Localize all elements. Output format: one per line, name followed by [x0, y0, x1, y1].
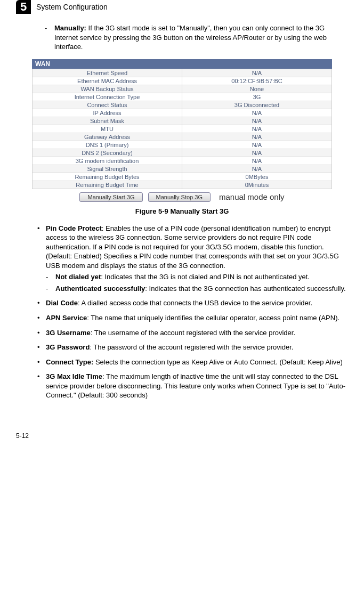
wan-row-label: DNS 1 (Primary): [33, 141, 182, 149]
wan-row-label: 3G modem identification: [33, 157, 182, 165]
wan-table-row: Remaining Budget Bytes0MBytes: [33, 173, 332, 181]
wan-row-label: Connect Status: [33, 101, 182, 109]
bullet-text: : The username of the account registered…: [91, 329, 295, 337]
wan-table-row: DNS 1 (Primary)N/A: [33, 141, 332, 149]
feature-bullet-item: Dial Code: A dialled access code that co…: [37, 298, 348, 308]
wan-table-row: WAN Backup StatusNone: [33, 85, 332, 93]
wan-table-row: Subnet MaskN/A: [33, 117, 332, 125]
wan-table-row: 3G modem identificationN/A: [33, 157, 332, 165]
sub-text: : Indicates that the 3G is not dialed an…: [101, 273, 310, 281]
chapter-title: System Configuration: [36, 3, 108, 11]
wan-table-row: Internet Connection Type3G: [33, 93, 332, 101]
intro-dash-label: Manually:: [54, 24, 86, 32]
wan-row-value: N/A: [182, 133, 332, 141]
wan-table-row: Ethernet MAC Address00:12:CF:9B:57:BC: [33, 77, 332, 85]
page-number: 5-12: [0, 432, 364, 450]
wan-row-value: N/A: [182, 117, 332, 125]
manually-start-3g-button[interactable]: Manually Start 3G: [79, 192, 142, 202]
wan-row-label: Remaining Budget Time: [33, 181, 182, 189]
wan-row-value: N/A: [182, 157, 332, 165]
sub-term: Authenticated successfully: [55, 285, 145, 293]
sub-dash-item: Authenticated successfully: Indicates th…: [46, 284, 348, 294]
wan-row-value: N/A: [182, 165, 332, 173]
wan-figure: WAN Ethernet SpeedN/AEthernet MAC Addres…: [32, 59, 332, 202]
wan-table-row: Ethernet SpeedN/A: [33, 69, 332, 77]
feature-bullet-item: Connect Type: Selects the connection typ…: [37, 358, 348, 367]
sub-dash-item: Not dialed yet: Indicates that the 3G is…: [46, 272, 348, 282]
wan-row-value: 3G: [182, 93, 332, 101]
sub-term: Not dialed yet: [55, 273, 101, 281]
bullet-term: 3G Password: [46, 343, 90, 351]
manually-stop-3g-button[interactable]: Manually Stop 3G: [148, 192, 211, 202]
sub-dash-list: Not dialed yet: Indicates that the 3G is…: [46, 272, 348, 293]
bullet-term: Pin Code Protect: [46, 224, 102, 232]
wan-table-row: Connect Status3G Disconnected: [33, 101, 332, 109]
wan-table: Ethernet SpeedN/AEthernet MAC Address00:…: [32, 69, 332, 189]
wan-table-row: Remaining Budget Time0Minutes: [33, 181, 332, 189]
wan-row-value: 00:12:CF:9B:57:BC: [182, 77, 332, 85]
wan-row-value: N/A: [182, 125, 332, 133]
wan-row-value: N/A: [182, 141, 332, 149]
wan-row-label: Ethernet MAC Address: [33, 77, 182, 85]
bullet-term: APN Service: [46, 314, 87, 322]
wan-row-label: Subnet Mask: [33, 117, 182, 125]
wan-row-label: Internet Connection Type: [33, 93, 182, 101]
sub-text: : Indicates that the 3G connection has a…: [145, 285, 345, 293]
wan-row-label: Signal Strength: [33, 165, 182, 173]
wan-row-value: N/A: [182, 109, 332, 117]
bullet-term: Dial Code: [46, 299, 78, 307]
wan-row-value: N/A: [182, 69, 332, 77]
wan-section-header: WAN: [32, 59, 332, 69]
wan-table-row: DNS 2 (Secondary)N/A: [33, 149, 332, 157]
wan-row-label: DNS 2 (Secondary): [33, 149, 182, 157]
wan-row-label: Ethernet Speed: [33, 69, 182, 77]
wan-row-value: N/A: [182, 149, 332, 157]
bullet-text: : The password of the account registered…: [90, 343, 293, 351]
figure-caption: Figure 5-9 Manually Start 3G: [16, 207, 348, 215]
bullet-text: Selects the connection type as Keep Aliv…: [93, 358, 343, 366]
wan-row-value: 3G Disconnected: [182, 101, 332, 109]
chapter-number-box: 5: [16, 0, 31, 14]
bullet-text: : The name that uniquely identifies the …: [87, 314, 339, 322]
bullet-text: : A dialled access code that connects th…: [78, 299, 312, 307]
manual-mode-note: manual mode only: [219, 192, 285, 201]
wan-button-row: Manually Start 3G Manually Stop 3G manua…: [32, 192, 332, 202]
feature-bullet-item: 3G Password: The password of the account…: [37, 343, 348, 352]
feature-bullet-item: Pin Code Protect: Enables the use of a P…: [37, 224, 348, 294]
wan-row-label: Gateway Address: [33, 133, 182, 141]
wan-table-row: Signal StrengthN/A: [33, 165, 332, 173]
wan-row-value: None: [182, 85, 332, 93]
wan-row-label: Remaining Budget Bytes: [33, 173, 182, 181]
wan-table-row: IP AddressN/A: [33, 109, 332, 117]
feature-bullet-item: 3G Username: The username of the account…: [37, 328, 348, 338]
wan-row-label: IP Address: [33, 109, 182, 117]
page-header: 5 System Configuration: [16, 0, 348, 14]
feature-bullet-list: Pin Code Protect: Enables the use of a P…: [37, 224, 348, 400]
wan-row-value: 0MBytes: [182, 173, 332, 181]
wan-row-value: 0Minutes: [182, 181, 332, 189]
bullet-term: Connect Type:: [46, 358, 93, 366]
intro-dash-text: If the 3G start mode is set to "Manually…: [54, 24, 327, 51]
wan-row-label: MTU: [33, 125, 182, 133]
feature-bullet-item: 3G Max Idle Time: The maximum length of …: [37, 372, 348, 400]
wan-row-label: WAN Backup Status: [33, 85, 182, 93]
bullet-term: 3G Username: [46, 329, 91, 337]
intro-dash-list: Manually: If the 3G start mode is set to…: [45, 23, 348, 52]
intro-dash-item: Manually: If the 3G start mode is set to…: [45, 23, 348, 52]
feature-bullet-item: APN Service: The name that uniquely iden…: [37, 313, 348, 323]
bullet-term: 3G Max Idle Time: [46, 372, 102, 380]
wan-table-row: Gateway AddressN/A: [33, 133, 332, 141]
wan-table-row: MTUN/A: [33, 125, 332, 133]
